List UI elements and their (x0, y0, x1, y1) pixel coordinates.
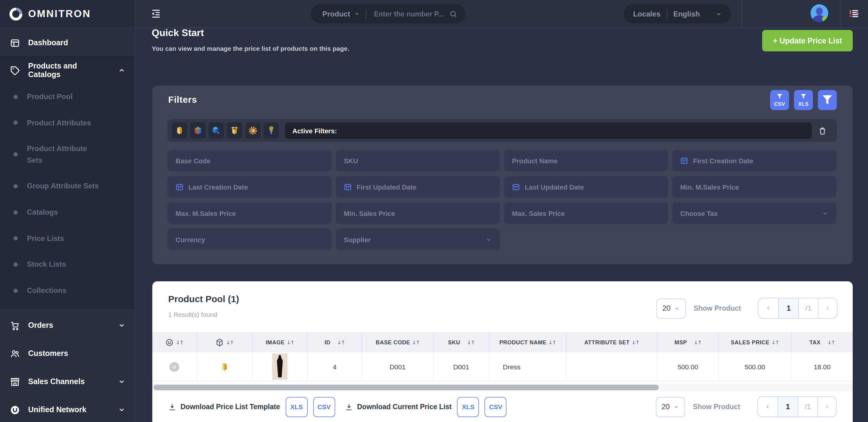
column-header-base-code[interactable]: BASE CODE↓↑ (362, 332, 433, 352)
download-template-label[interactable]: Download Price List Template (181, 403, 280, 410)
filter-settings-icon[interactable] (245, 122, 260, 139)
column-header-sales-price[interactable]: SALES PRICE↓↑ (718, 332, 791, 352)
filter-supplier-select[interactable]: Supplier (336, 229, 500, 250)
sidebar-item-price-lists[interactable]: Price Lists (0, 225, 134, 251)
column-header-image[interactable]: IMAGE↓↑ (252, 332, 307, 352)
filter-attributes-icon[interactable] (190, 122, 206, 139)
active-filters-field[interactable]: Active Filters: (285, 122, 812, 139)
chevron-down-icon[interactable] (354, 11, 360, 17)
page-size-select[interactable]: 20 (655, 397, 685, 417)
sort-icon[interactable]: ↓↑ (631, 339, 639, 345)
sidebar-nav: Dashboard Products and Catalogs Product … (0, 29, 134, 422)
brand-logo[interactable]: OMNITRON (0, 0, 134, 28)
filter-catalogs-icon[interactable] (227, 122, 242, 139)
chevron-up-icon (118, 67, 125, 74)
column-header-attribute-set[interactable]: ATTRIBUTE SET↓↑ (566, 332, 657, 352)
clear-filters-trash-icon[interactable] (812, 126, 833, 135)
filter-attribute-sets-icon[interactable] (209, 122, 224, 139)
apply-filter-button[interactable] (818, 90, 837, 110)
sort-icon[interactable]: ↓↑ (467, 339, 475, 345)
current-page[interactable]: 1 (778, 298, 799, 318)
column-header-tax[interactable]: TAX↓↑ (791, 332, 853, 352)
prev-page-button[interactable] (758, 397, 777, 417)
sidebar-item-dashboard[interactable]: Dashboard (0, 29, 134, 56)
sort-icon[interactable]: ↓↑ (412, 339, 420, 345)
current-page[interactable]: 1 (777, 397, 798, 417)
sidebar-item-label: Group Attribute Sets (27, 181, 99, 192)
sort-icon[interactable]: ↓↑ (226, 339, 234, 345)
column-header-product-type[interactable]: ↓↑ (196, 332, 252, 352)
download-current-xls-button[interactable]: XLS (457, 397, 479, 417)
filter-sku-input[interactable]: SKU (336, 150, 500, 171)
export-csv-button[interactable]: CSV (770, 90, 789, 110)
horizontal-scrollbar-thumb[interactable] (154, 385, 659, 390)
download-current-label[interactable]: Download Current Price List (357, 403, 452, 410)
next-page-button[interactable] (817, 397, 836, 417)
download-template-xls-button[interactable]: XLS (286, 397, 308, 417)
filter-max-msales-price-input[interactable]: Max. M.Sales Price (167, 202, 332, 224)
filter-last-updated-date-input[interactable]: Last Updated Date (504, 176, 668, 198)
sort-icon[interactable]: ↓↑ (548, 339, 556, 345)
divider (840, 0, 840, 28)
sort-icon[interactable]: ↓↑ (771, 339, 779, 345)
column-header-id[interactable]: ID↓↑ (307, 332, 362, 352)
global-search: Product (311, 4, 465, 23)
filter-product-name-input[interactable]: Product Name (504, 150, 668, 171)
sidebar-item-catalogs[interactable]: Catalogs (0, 199, 134, 225)
filter-currency-input[interactable]: Currency (167, 229, 332, 250)
user-avatar[interactable] (810, 4, 828, 22)
sort-icon[interactable]: ↓↑ (827, 339, 835, 345)
update-price-list-button[interactable]: + Update Price List (762, 30, 853, 52)
column-header-unified[interactable]: ↓↑ (152, 332, 196, 352)
export-xls-label: XLS (798, 101, 809, 107)
sidebar-collapse-icon[interactable] (151, 8, 161, 19)
horizontal-scrollbar-track[interactable] (152, 384, 853, 391)
locale-selector[interactable]: Locales English (624, 4, 731, 23)
filter-max-sales-price-input[interactable]: Max. Sales Price (504, 202, 668, 224)
sidebar-item-orders[interactable]: Orders (0, 312, 134, 340)
table-row[interactable]: 4 D001 D001 Dress 500.00 500.00 18.00 (152, 352, 853, 382)
sort-icon[interactable]: ↓↑ (176, 339, 184, 345)
cell-image[interactable] (252, 352, 307, 381)
search-icon[interactable] (449, 9, 458, 18)
calendar-icon (176, 183, 184, 191)
filter-min-sales-price-input[interactable]: Min. Sales Price (336, 202, 500, 224)
sidebar-item-sales-channels[interactable]: Sales Channels (0, 368, 134, 396)
search-scope-dropdown[interactable]: Product (322, 9, 350, 18)
sidebar-item-product-attributes[interactable]: Product Attributes (0, 110, 134, 136)
download-current-csv-button[interactable]: CSV (485, 397, 507, 417)
column-header-product-name[interactable]: PRODUCT NAME↓↑ (489, 332, 566, 352)
filter-min-msales-price-input[interactable]: Min. M.Sales Price (672, 176, 836, 198)
export-xls-button[interactable]: XLS (794, 90, 813, 110)
sidebar-item-product-attribute-sets[interactable]: Product Attribute Sets (0, 136, 134, 173)
sidebar-item-unified-network[interactable]: Unified Network (0, 396, 134, 422)
sort-icon[interactable]: ↓↑ (286, 339, 294, 345)
table-header-row: ↓↑ ↓↑ IMAGE↓↑ ID↓↑ BASE CODE↓↑ SKU↓↑ PRO… (152, 332, 853, 352)
search-input[interactable] (373, 9, 449, 18)
announcements-icon[interactable] (848, 8, 860, 20)
dashboard-icon (9, 38, 20, 48)
page-size-select[interactable]: 20 (656, 298, 686, 318)
column-header-sku[interactable]: SKU↓↑ (433, 332, 489, 352)
filter-choose-tax-select[interactable]: Choose Tax (672, 202, 836, 224)
column-header-msp[interactable]: MSP↓↑ (657, 332, 718, 352)
sidebar-item-group-attribute-sets[interactable]: Group Attribute Sets (0, 173, 134, 199)
filter-base-code-input[interactable]: Base Code (167, 150, 332, 171)
sidebar-item-collections[interactable]: Collections (0, 278, 134, 304)
store-icon (9, 377, 20, 387)
sidebar-item-customers[interactable]: Customers (0, 340, 134, 368)
prev-page-button[interactable] (759, 298, 778, 318)
filter-first-updated-date-input[interactable]: First Updated Date (336, 176, 500, 198)
download-template-csv-button[interactable]: CSV (313, 397, 335, 417)
sidebar-item-products-and-catalogs[interactable]: Products and Catalogs (0, 57, 134, 84)
sidebar: OMNITRON Dashboard Products and Catalogs (0, 0, 135, 422)
filter-product-pool-icon[interactable] (172, 122, 187, 139)
sort-icon[interactable]: ↓↑ (694, 339, 701, 345)
next-page-button[interactable] (818, 298, 837, 318)
sort-icon[interactable]: ↓↑ (337, 339, 345, 345)
filter-last-creation-date-input[interactable]: Last Creation Date (167, 176, 332, 198)
filter-first-creation-date-input[interactable]: First Creation Date (672, 150, 836, 171)
filter-price-icon[interactable] (264, 122, 279, 139)
sidebar-item-stock-lists[interactable]: Stock Lists (0, 251, 134, 278)
sidebar-item-product-pool[interactable]: Product Pool (0, 84, 134, 110)
